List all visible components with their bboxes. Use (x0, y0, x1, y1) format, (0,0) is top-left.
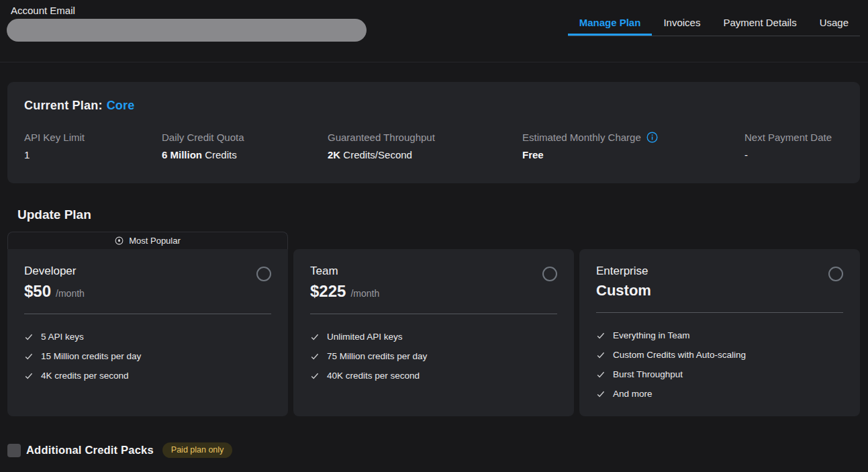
feature-item: 4K credits per second (24, 366, 271, 385)
check-icon (596, 389, 606, 399)
current-plan-stats: API Key Limit 1 Daily Credit Quota 6 Mil… (24, 132, 843, 160)
plan-name: Team (310, 265, 379, 278)
plan-name: Enterprise (596, 265, 656, 278)
billing-tabs: Manage Plan Invoices Payment Details Usa… (568, 0, 860, 36)
current-plan-title: Current Plan:Core (24, 99, 843, 113)
plan-radio-developer[interactable] (256, 267, 271, 281)
paid-plan-only-badge: Paid plan only (162, 442, 233, 458)
tab-payment-details[interactable]: Payment Details (712, 0, 808, 36)
feature-item: 15 Million credits per day (24, 346, 271, 366)
account-email-input[interactable] (7, 19, 367, 42)
check-icon (596, 370, 606, 379)
feature-item: Unlimited API keys (310, 327, 557, 346)
feature-item: 5 API keys (24, 327, 271, 346)
check-icon (596, 350, 606, 360)
card-divider (596, 312, 843, 313)
plan-price: $50 (24, 282, 51, 301)
update-plan-title: Update Plan (17, 207, 868, 222)
check-icon (24, 352, 34, 361)
plan-period: /month (350, 288, 379, 299)
account-email-label: Account Email (11, 5, 367, 16)
check-icon (310, 352, 320, 361)
plan-radio-enterprise[interactable] (828, 267, 843, 281)
plan-card-team[interactable]: Team $225 /month Unlimited API keys 75 M… (293, 249, 574, 416)
additional-credit-packs-label: Additional Credit Packs (26, 444, 154, 457)
check-icon (24, 371, 34, 381)
most-popular-icon (115, 236, 124, 245)
current-plan-card: Current Plan:Core API Key Limit 1 Daily … (7, 82, 860, 183)
plan-card-developer[interactable]: Developer $50 /month 5 API keys 15 Milli… (7, 249, 288, 416)
current-plan-title-prefix: Current Plan: (24, 99, 103, 112)
check-icon (310, 371, 320, 381)
stat-api-key-limit: API Key Limit 1 (24, 132, 162, 160)
tab-usage[interactable]: Usage (808, 0, 860, 36)
check-icon (310, 332, 320, 342)
feature-item: 75 Million credits per day (310, 346, 557, 366)
stat-daily-credit-quota: Daily Credit Quota 6 Million Credits (162, 132, 328, 160)
feature-item: Custom Credits with Auto-scaling (596, 345, 843, 365)
tab-manage-plan[interactable]: Manage Plan (568, 0, 653, 36)
feature-item: Burst Throughput (596, 365, 843, 384)
plan-price: Custom (596, 282, 651, 299)
additional-credit-packs-checkbox[interactable] (7, 444, 21, 457)
card-divider (24, 314, 271, 314)
check-icon (596, 331, 606, 340)
tab-invoices[interactable]: Invoices (652, 0, 712, 36)
feature-list: 5 API keys 15 Million credits per day 4K… (24, 327, 271, 385)
stat-guaranteed-throughput: Guaranteed Throughput 2K Credits/Second (328, 132, 522, 160)
additional-credit-packs-row: Additional Credit Packs Paid plan only (7, 442, 868, 458)
feature-item: 40K credits per second (310, 366, 557, 385)
most-popular-banner: Most Popular (7, 232, 288, 249)
plan-radio-team[interactable] (542, 267, 557, 281)
plan-card-enterprise[interactable]: Enterprise Custom Everything in Team Cus… (579, 249, 860, 416)
most-popular-label: Most Popular (129, 236, 181, 246)
plan-period: /month (56, 288, 85, 299)
feature-list: Unlimited API keys 75 Million credits pe… (310, 327, 557, 385)
plan-developer-column: Most Popular Developer $50 /month 5 API … (7, 232, 288, 416)
plan-price: $225 (310, 282, 346, 301)
feature-item: Everything in Team (596, 326, 843, 345)
plans-row: Most Popular Developer $50 /month 5 API … (7, 232, 860, 416)
stat-next-payment-date: Next Payment Date - (744, 132, 843, 160)
top-bar: Account Email Manage Plan Invoices Payme… (0, 0, 868, 62)
info-circle-icon[interactable] (646, 132, 658, 143)
current-plan-name: Core (107, 99, 135, 112)
feature-item: And more (596, 384, 843, 404)
stat-estimated-monthly-charge: Estimated Monthly Charge Free (522, 132, 744, 160)
check-icon (24, 332, 34, 342)
feature-list: Everything in Team Custom Credits with A… (596, 326, 843, 404)
card-divider (310, 314, 557, 314)
account-email-group: Account Email (7, 5, 367, 42)
plan-name: Developer (24, 265, 85, 278)
